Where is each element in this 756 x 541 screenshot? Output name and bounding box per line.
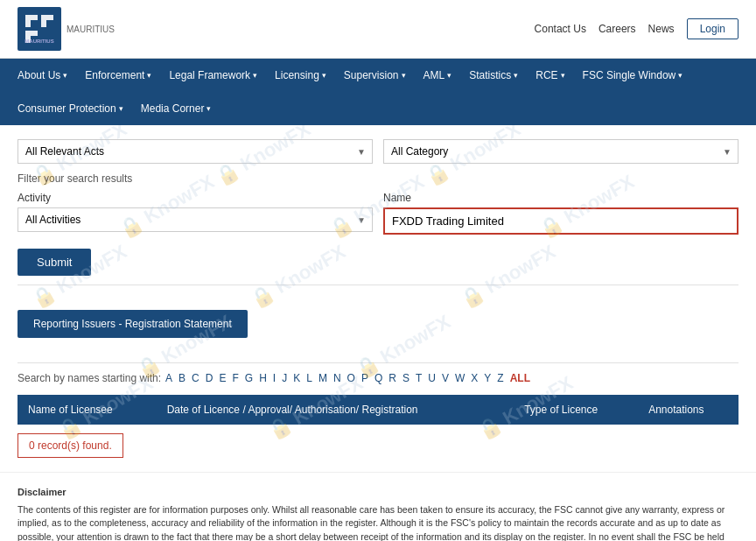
alpha-t[interactable]: T xyxy=(414,372,424,384)
category-select-wrap: All Category ▼ xyxy=(383,139,738,164)
top-links: Contact Us Careers News Login xyxy=(535,18,738,39)
chevron-down-icon: ▾ xyxy=(561,71,565,80)
category-select[interactable]: All Category xyxy=(383,139,738,164)
nav-item-media-corner[interactable]: Media Corner ▾ xyxy=(132,92,220,125)
results-table: Name of Licensee Date of Licence / Appro… xyxy=(18,395,738,425)
alpha-w[interactable]: W xyxy=(453,372,466,384)
search-names-label: Search by names starting with: xyxy=(18,372,161,384)
nav-item-legal-framework[interactable]: Legal Framework ▾ xyxy=(160,59,266,92)
chevron-down-icon: ▾ xyxy=(147,71,151,80)
nav-item-rce[interactable]: RCE ▾ xyxy=(527,59,573,92)
top-bar: MAURITIUS MAURITIUS Contact Us Careers N… xyxy=(0,0,756,59)
alpha-i[interactable]: I xyxy=(271,372,277,384)
section-divider-2 xyxy=(18,362,738,363)
alpha-f[interactable]: F xyxy=(230,372,240,384)
nav-item-supervision[interactable]: Supervision ▾ xyxy=(335,59,415,92)
alphabet-search: Search by names starting with: A B C D E… xyxy=(18,372,738,384)
alpha-m[interactable]: M xyxy=(317,372,329,384)
fsc-logo: MAURITIUS xyxy=(18,7,61,51)
chevron-down-icon: ▾ xyxy=(253,71,257,80)
nav-bar: About Us ▾ Enforcement ▾ Legal Framework… xyxy=(0,59,756,125)
submit-button[interactable]: Submit xyxy=(18,249,91,276)
relevant-acts-select-wrap: All Relevant Acts ▼ xyxy=(18,139,373,164)
alpha-k[interactable]: K xyxy=(291,372,302,384)
alpha-v[interactable]: V xyxy=(440,372,451,384)
nav-item-licensing[interactable]: Licensing ▾ xyxy=(266,59,335,92)
filter-row-1: All Relevant Acts ▼ All Category ▼ xyxy=(18,139,738,164)
nav-item-consumer-protection[interactable]: Consumer Protection ▾ xyxy=(9,92,132,125)
filter-label: Filter your search results xyxy=(18,172,738,185)
activity-select[interactable]: All Activities xyxy=(18,207,373,232)
alpha-q[interactable]: Q xyxy=(373,372,384,384)
name-input[interactable] xyxy=(385,209,737,233)
chevron-down-icon: ▾ xyxy=(119,104,123,113)
svg-text:MAURITIUS: MAURITIUS xyxy=(24,39,53,44)
alpha-c[interactable]: C xyxy=(190,372,201,384)
alpha-d[interactable]: D xyxy=(204,372,215,384)
col-type-of-licence: Type of Licence xyxy=(514,395,638,425)
section-divider-1 xyxy=(18,285,738,285)
alpha-o[interactable]: O xyxy=(346,372,357,384)
alpha-z[interactable]: Z xyxy=(495,372,505,384)
chevron-down-icon: ▾ xyxy=(402,71,406,80)
main-content: 🔒 KnowFX 🔒 KnowFX 🔒 KnowFX 🔒 KnowFX 🔒 Kn… xyxy=(0,125,756,472)
alpha-e[interactable]: E xyxy=(217,372,228,384)
svg-rect-3 xyxy=(31,20,38,27)
col-annotations: Annotations xyxy=(638,395,738,425)
activity-name-row: Activity All Activities ▼ Name xyxy=(18,192,738,235)
svg-rect-4 xyxy=(46,20,53,27)
alpha-u[interactable]: U xyxy=(426,372,438,384)
activity-col: Activity All Activities ▼ xyxy=(18,192,373,235)
registration-statement-button[interactable]: Reporting Issuers - Registration Stateme… xyxy=(18,310,248,338)
alpha-x[interactable]: X xyxy=(469,372,480,384)
alpha-n[interactable]: N xyxy=(332,372,343,384)
name-input-border xyxy=(383,207,738,235)
login-button[interactable]: Login xyxy=(687,18,738,39)
chevron-down-icon: ▾ xyxy=(447,71,452,80)
disclaimer-text: The contents of this register are for in… xyxy=(18,503,738,542)
news-link[interactable]: News xyxy=(648,23,675,35)
alpha-b[interactable]: B xyxy=(177,372,187,384)
alpha-all[interactable]: ALL xyxy=(508,372,532,384)
nav-item-about-us[interactable]: About Us ▾ xyxy=(9,59,76,92)
logo-subtext: MAURITIUS xyxy=(66,25,115,34)
activity-label: Activity xyxy=(18,192,373,204)
alpha-j[interactable]: J xyxy=(280,372,289,384)
name-label: Name xyxy=(383,192,738,204)
no-records-message: 0 record(s) found. xyxy=(18,433,123,458)
nav-item-aml[interactable]: AML ▾ xyxy=(415,59,461,92)
logo-area: MAURITIUS MAURITIUS xyxy=(18,7,115,51)
col-name-of-licensee: Name of Licensee xyxy=(18,395,157,425)
chevron-down-icon: ▾ xyxy=(514,71,518,80)
col-date-of-licence: Date of Licence / Approval/ Authorisatio… xyxy=(157,395,514,425)
alpha-y[interactable]: Y xyxy=(482,372,493,384)
relevant-acts-select[interactable]: All Relevant Acts xyxy=(18,139,373,164)
activity-select-wrap: All Activities ▼ xyxy=(18,207,373,232)
chevron-down-icon: ▾ xyxy=(206,104,211,113)
alpha-h[interactable]: H xyxy=(257,372,269,384)
alpha-a[interactable]: A xyxy=(164,372,174,384)
disclaimer-title: Disclaimer xyxy=(18,485,738,500)
chevron-down-icon: ▾ xyxy=(63,71,67,80)
alpha-r[interactable]: R xyxy=(387,372,398,384)
disclaimer: Disclaimer The contents of this register… xyxy=(0,472,756,541)
alpha-p[interactable]: P xyxy=(360,372,370,384)
nav-item-enforcement[interactable]: Enforcement ▾ xyxy=(76,59,160,92)
chevron-down-icon: ▾ xyxy=(322,71,326,80)
alpha-l[interactable]: L xyxy=(304,372,314,384)
careers-link[interactable]: Careers xyxy=(598,23,636,35)
name-col: Name xyxy=(383,192,738,235)
table-header: Name of Licensee Date of Licence / Appro… xyxy=(18,395,738,425)
alpha-g[interactable]: G xyxy=(243,372,255,384)
nav-item-statistics[interactable]: Statistics ▾ xyxy=(460,59,527,92)
alpha-s[interactable]: S xyxy=(401,372,411,384)
chevron-down-icon: ▾ xyxy=(678,71,682,80)
nav-item-fsc-single-window[interactable]: FSC Single Window ▾ xyxy=(574,59,692,92)
contact-link[interactable]: Contact Us xyxy=(535,23,586,35)
